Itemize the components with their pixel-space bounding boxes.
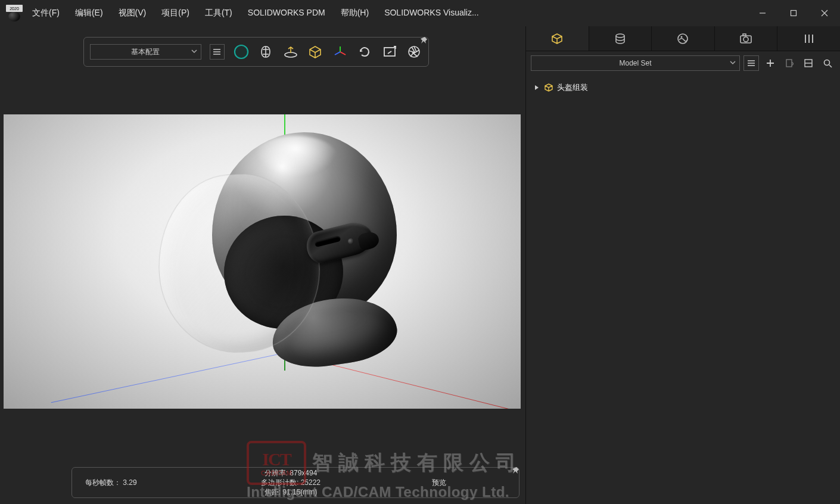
pin-icon: [420, 36, 428, 45]
reset-view-button[interactable]: [357, 43, 373, 60]
toolbar-pin-button[interactable]: [420, 36, 430, 46]
app-logo-year: 2020: [6, 5, 23, 12]
status-center: 分辨率: 879x494 多边形计数: 25222 焦距: 91.15(mm): [222, 468, 359, 497]
configuration-dropdown-label: 基本配置: [131, 47, 160, 57]
camera-icon: [739, 33, 752, 44]
chevron-down-icon: [191, 48, 197, 54]
svg-point-8: [681, 36, 683, 38]
database-icon: [614, 33, 626, 45]
close-icon: [821, 10, 828, 17]
page-arrow-icon: [785, 58, 794, 68]
render-mode-button[interactable]: [233, 43, 249, 60]
configuration-list-button[interactable]: [210, 44, 225, 60]
status-fps: 每秒帧数： 3.29: [85, 478, 222, 487]
svg-point-10: [743, 37, 748, 42]
menu-visualize[interactable]: SOLIDWORKS Visualiz...: [383, 5, 480, 21]
helmet-model: [176, 132, 403, 365]
rotate-cw-icon: [358, 45, 371, 58]
search-button[interactable]: [820, 55, 835, 71]
chevron-down-icon: [730, 60, 736, 66]
tree-root-row[interactable]: 头盔组装: [531, 80, 835, 95]
aperture-icon: [407, 45, 421, 58]
camera-aperture-button[interactable]: [406, 43, 422, 60]
list-icon: [213, 48, 221, 55]
pin-icon: [512, 466, 520, 475]
close-button[interactable]: [809, 2, 840, 24]
menu-file[interactable]: 文件(F): [31, 5, 61, 21]
turntable-button[interactable]: [282, 43, 298, 60]
menu-tools[interactable]: 工具(T): [204, 5, 234, 21]
list-icon: [747, 60, 755, 67]
axis-triad-button[interactable]: [332, 43, 348, 60]
svg-point-3: [285, 52, 297, 57]
status-focal-label: 焦距:: [265, 488, 281, 496]
tab-scenes[interactable]: [652, 26, 715, 51]
status-poly-label: 多边形计数:: [261, 478, 298, 487]
status-pin-button[interactable]: [512, 466, 520, 475]
split-icon: [804, 59, 813, 67]
fit-screen-icon: [383, 45, 396, 58]
section-view-button[interactable]: [258, 43, 274, 60]
cube-icon: [551, 33, 563, 45]
maximize-button[interactable]: [778, 2, 809, 24]
tree-node-icon: [544, 83, 553, 92]
section-icon: [259, 45, 272, 58]
model-set-dropdown-label: Model Set: [619, 59, 651, 67]
tree-expand-toggle[interactable]: [533, 85, 540, 91]
status-preview-label: 预览: [359, 478, 519, 487]
svg-rect-12: [786, 60, 792, 67]
render-viewport[interactable]: [4, 114, 521, 409]
window-controls: [747, 2, 840, 24]
minimize-button[interactable]: [747, 2, 778, 24]
status-res-label: 分辨率:: [265, 469, 288, 477]
triangle-right-icon: [534, 85, 539, 91]
fit-view-button[interactable]: [381, 43, 397, 60]
viewport-toolbar: 基本配置: [83, 37, 429, 67]
turntable-icon: [284, 45, 298, 58]
layout-button[interactable]: [801, 55, 816, 71]
status-preview: 预览: [359, 478, 519, 487]
environment-icon: [677, 33, 689, 45]
menu-project[interactable]: 项目(P): [160, 5, 191, 21]
tree-root-label: 头盔组装: [557, 82, 588, 93]
plus-icon: [766, 59, 774, 67]
helmet-hinge: [306, 226, 373, 259]
search-icon: [823, 59, 832, 68]
menu-edit[interactable]: 编辑(E): [74, 5, 104, 21]
status-focal-value: 91.15(mm): [282, 488, 317, 496]
menu-pdm[interactable]: SOLIDWORKS PDM: [247, 5, 326, 21]
add-button[interactable]: [763, 55, 778, 71]
model-tree: 头盔组装: [526, 75, 840, 100]
menu-help[interactable]: 帮助(H): [340, 5, 370, 21]
sphere-icon: [234, 44, 249, 60]
tab-models[interactable]: [526, 26, 589, 51]
columns-icon: [803, 33, 815, 45]
title-bar: 2020 文件(F) 编辑(E) 视图(V) 项目(P) 工具(T) SOLID…: [0, 0, 840, 26]
svg-rect-11: [743, 34, 746, 36]
axis-triad-icon: [334, 45, 347, 58]
right-panel-toolbar: Model Set: [526, 51, 840, 75]
model-set-dropdown[interactable]: Model Set: [531, 55, 740, 71]
svg-point-2: [235, 45, 248, 58]
cube-wire-icon: [309, 45, 322, 58]
right-panel: Model Set: [525, 26, 840, 504]
export-button[interactable]: [782, 55, 797, 71]
configuration-dropdown[interactable]: 基本配置: [90, 44, 201, 60]
tab-cameras[interactable]: [715, 26, 778, 51]
status-fps-value: 3.29: [123, 478, 136, 487]
right-panel-tabs: [526, 26, 840, 51]
menu-view[interactable]: 视图(V): [117, 5, 148, 21]
model-set-list-button[interactable]: [743, 55, 759, 71]
bounding-box-button[interactable]: [307, 43, 323, 60]
svg-point-14: [824, 60, 829, 65]
helmet-highlight: [254, 136, 337, 178]
left-pane: 基本配置: [0, 26, 525, 504]
status-fps-label: 每秒帧数：: [85, 478, 121, 487]
svg-point-6: [616, 34, 624, 38]
menu-bar: 文件(F) 编辑(E) 视图(V) 项目(P) 工具(T) SOLIDWORKS…: [31, 5, 480, 21]
app-logo-ball-icon: [8, 12, 20, 21]
tab-libraries[interactable]: [777, 26, 840, 51]
tab-appearances[interactable]: [589, 26, 652, 51]
cube-icon: [544, 83, 553, 92]
minimize-icon: [759, 10, 766, 17]
